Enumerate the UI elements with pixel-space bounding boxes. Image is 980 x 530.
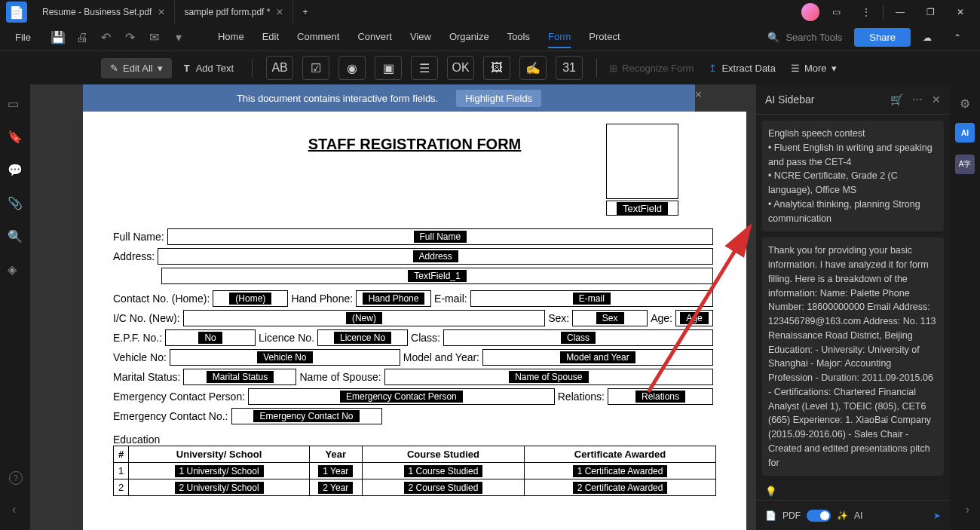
nav-convert[interactable]: Convert bbox=[357, 26, 392, 48]
menu-icon[interactable]: ⋮ bbox=[853, 2, 880, 23]
ai-footer: 📄 PDF ✨ AI ➤ bbox=[756, 500, 950, 530]
input-licence[interactable]: Licence No bbox=[317, 329, 408, 346]
upload-icon: ↥ bbox=[709, 63, 717, 74]
chevron-right-icon[interactable]: › bbox=[966, 503, 969, 516]
mail-icon[interactable]: ✉ bbox=[145, 29, 164, 47]
tab-label: Resume - Business Set.pdf bbox=[42, 7, 152, 17]
translate-icon[interactable]: A字 bbox=[955, 155, 975, 174]
input-home[interactable]: (Home) bbox=[213, 290, 288, 307]
print-icon[interactable]: 🖨 bbox=[73, 29, 91, 47]
textfield-tool[interactable]: AB bbox=[266, 56, 293, 80]
cloud-icon[interactable]: ☁ bbox=[914, 27, 941, 48]
label-fullname: Full Name: bbox=[113, 231, 164, 243]
button-tool[interactable]: OK bbox=[447, 56, 474, 80]
main-nav: Home Edit Comment Convert View Organize … bbox=[218, 26, 620, 48]
textfield-box[interactable]: TextField bbox=[606, 201, 678, 216]
close-button[interactable]: ✕ bbox=[947, 2, 974, 23]
list-tool[interactable]: ☰ bbox=[411, 56, 438, 80]
input-spouse[interactable]: Name of Spouse bbox=[384, 369, 713, 385]
input-marital[interactable]: Marital Status bbox=[183, 369, 296, 385]
tab-label: sample pdf form.pdf * bbox=[184, 7, 270, 17]
highlight-fields-button[interactable]: Highlight Fields bbox=[456, 90, 541, 107]
edit-all-button[interactable]: ✎ Edit All ▾ bbox=[101, 58, 172, 78]
dropdown-tool[interactable]: ▣ bbox=[375, 56, 402, 80]
input-rel[interactable]: Relations bbox=[608, 388, 713, 405]
redo-icon[interactable]: ↷ bbox=[121, 29, 139, 47]
checkbox-tool[interactable]: ☑ bbox=[302, 56, 329, 80]
image-tool[interactable]: 🖼 bbox=[483, 56, 510, 80]
minimize-button[interactable]: — bbox=[887, 2, 914, 23]
tab-sample-form[interactable]: sample pdf form.pdf * ✕ bbox=[175, 0, 293, 24]
nav-view[interactable]: View bbox=[410, 26, 431, 48]
undo-icon[interactable]: ↶ bbox=[97, 29, 115, 47]
recognize-form-button[interactable]: ⊞ Recognize Form bbox=[609, 63, 694, 74]
cart-icon[interactable]: 🛒 bbox=[890, 93, 903, 106]
search-icon[interactable]: 🔍 bbox=[8, 229, 23, 244]
pdf-icon: 📄 bbox=[765, 510, 776, 521]
radio-tool[interactable]: ◉ bbox=[338, 56, 366, 80]
more-button[interactable]: ☰ More ▾ bbox=[791, 63, 837, 74]
nav-organize[interactable]: Organize bbox=[449, 26, 489, 48]
new-tab-button[interactable]: + bbox=[293, 0, 317, 24]
chevron-up-icon[interactable]: ⌃ bbox=[944, 27, 971, 48]
input-ecp[interactable]: Emergency Contact Person bbox=[248, 388, 555, 405]
comment-icon[interactable]: 💬 bbox=[8, 163, 23, 178]
photo-placeholder[interactable] bbox=[606, 124, 678, 199]
nav-home[interactable]: Home bbox=[218, 26, 244, 48]
bookmark-icon[interactable]: 🔖 bbox=[8, 130, 23, 145]
input-vehicle[interactable]: Vehicle No bbox=[170, 349, 400, 366]
add-text-button[interactable]: T Add Text bbox=[178, 63, 240, 74]
nav-edit[interactable]: Edit bbox=[262, 26, 279, 48]
window-controls: ▭ ⋮ — ❐ ✕ bbox=[801, 2, 980, 23]
education-header: Education bbox=[113, 433, 716, 446]
label-spouse: Name of Spouse: bbox=[299, 371, 381, 383]
thumbnails-icon[interactable]: ▭ bbox=[8, 97, 23, 112]
send-icon[interactable]: ➤ bbox=[933, 510, 941, 521]
extract-data-button[interactable]: ↥ Extract Data bbox=[709, 63, 776, 74]
chevron-down-icon: ▾ bbox=[158, 63, 163, 74]
input-sex[interactable]: Sex bbox=[572, 310, 648, 326]
input-epf[interactable]: No bbox=[165, 329, 256, 346]
input-email[interactable]: E-mail bbox=[470, 290, 713, 307]
close-icon[interactable]: ✕ bbox=[158, 7, 165, 17]
nav-form[interactable]: Form bbox=[548, 26, 571, 48]
input-fullname[interactable]: Full Name bbox=[167, 228, 713, 245]
signature-tool[interactable]: ✍ bbox=[519, 56, 547, 80]
more-icon[interactable]: ⋯ bbox=[912, 93, 923, 106]
input-address[interactable]: Address bbox=[158, 248, 713, 265]
ai-message: English speech contest • Fluent English … bbox=[762, 121, 944, 231]
hint-icon[interactable]: 💡 bbox=[762, 482, 944, 500]
date-tool[interactable]: 31 bbox=[556, 56, 583, 80]
input-ecn[interactable]: Emergency Contact No bbox=[231, 408, 382, 424]
file-menu[interactable]: File bbox=[9, 29, 37, 46]
avatar[interactable] bbox=[801, 3, 819, 21]
input-hand[interactable]: Hand Phone bbox=[356, 290, 431, 307]
close-icon[interactable]: ✕ bbox=[276, 7, 283, 17]
tab-resume[interactable]: Resume - Business Set.pdf ✕ bbox=[33, 0, 175, 24]
input-model[interactable]: Model and Year bbox=[482, 349, 713, 366]
chevron-left-icon[interactable]: ‹ bbox=[12, 503, 16, 516]
save-icon[interactable]: 💾 bbox=[49, 29, 67, 47]
nav-tools[interactable]: Tools bbox=[507, 26, 530, 48]
ai-badge[interactable]: AI bbox=[955, 123, 975, 142]
input-age[interactable]: Age bbox=[675, 310, 713, 326]
input-ic[interactable]: (New) bbox=[183, 310, 545, 326]
input-address2[interactable]: TextField_1 bbox=[161, 268, 713, 284]
label-address: Address: bbox=[113, 250, 155, 262]
search-tools[interactable]: 🔍 Search Tools bbox=[767, 32, 842, 43]
label-ecp: Emergency Contact Person: bbox=[113, 391, 245, 403]
input-class[interactable]: Class bbox=[443, 329, 713, 346]
chat-icon[interactable]: ▭ bbox=[822, 2, 850, 23]
dropdown-icon[interactable]: ▾ bbox=[170, 29, 188, 47]
share-button[interactable]: Share bbox=[854, 28, 911, 47]
nav-protect[interactable]: Protect bbox=[589, 26, 620, 48]
nav-comment[interactable]: Comment bbox=[297, 26, 339, 48]
attachment-icon[interactable]: 📎 bbox=[8, 196, 23, 211]
layers-icon[interactable]: ◈ bbox=[8, 262, 23, 277]
ai-toggle[interactable] bbox=[807, 510, 831, 522]
maximize-button[interactable]: ❐ bbox=[917, 2, 944, 23]
close-icon[interactable]: ✕ bbox=[932, 93, 941, 106]
banner-close-button[interactable]: ✕ bbox=[689, 89, 707, 100]
settings-icon[interactable]: ⚙ bbox=[960, 97, 970, 111]
help-icon[interactable]: ? bbox=[9, 471, 23, 485]
